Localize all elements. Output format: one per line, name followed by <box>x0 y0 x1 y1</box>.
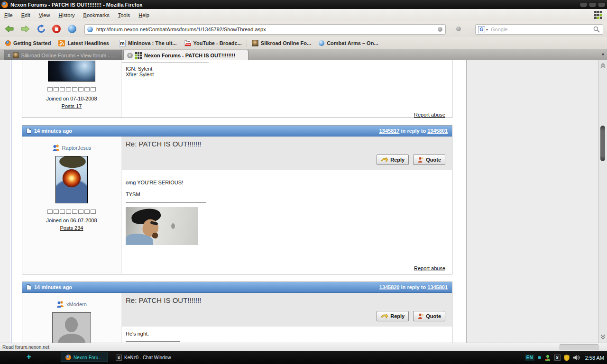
url-input[interactable] <box>95 26 438 33</box>
post-title: Re: PATCH IS OUT!!!!!!! <box>126 296 201 304</box>
bookmark-dot-icon[interactable] <box>456 27 461 31</box>
url-bar-go-icon[interactable] <box>438 27 442 32</box>
bookmark-mininova[interactable]: m Mininova : The ult... <box>115 38 181 48</box>
bookmark-youtube[interactable]: YouTube YouTube - Broadc... <box>181 38 246 48</box>
reply-to-id-link[interactable]: 1345801 <box>427 128 448 134</box>
silkroad-favicon <box>13 52 19 58</box>
page-viewport: Joined on 07-10-2008 Posts 17 IGN: Sylen… <box>0 60 607 343</box>
signature-divider <box>126 202 206 203</box>
language-indicator[interactable]: EN <box>525 355 534 361</box>
signature-divider <box>122 63 209 63</box>
report-abuse-link[interactable]: Report abuse <box>414 112 445 118</box>
tab-nexon-forums[interactable]: × Nexon Forums - PATCH IS OUT!!!!!!!! <box>123 50 248 60</box>
menu-help[interactable]: Help <box>134 10 154 20</box>
quote-button[interactable]: Quote <box>413 155 445 165</box>
signature-image <box>126 207 198 245</box>
taskbar-button-xfire-chat[interactable]: x KeNz0 - Chat Window <box>113 353 175 362</box>
forum-post-1345817: 14 minutes ago 1345817 in reply to 13458… <box>22 125 452 274</box>
post-time: 14 minutes ago <box>34 284 72 290</box>
close-button[interactable] <box>598 3 605 7</box>
firefox-icon <box>5 40 11 46</box>
posts-count-link[interactable]: Posts 234 <box>60 225 83 231</box>
start-button[interactable]: + <box>27 352 31 362</box>
security-shield-icon[interactable] <box>564 355 570 361</box>
url-bar[interactable] <box>84 24 446 35</box>
status-bar: Read forum.nexon.net <box>0 343 607 351</box>
clock[interactable]: 2:58 AM <box>585 355 604 361</box>
reload-icon <box>37 24 46 34</box>
tab-close-icon[interactable]: × <box>127 53 133 58</box>
tab-bar: x Silkroad Online Forums • View forum - … <box>0 49 607 60</box>
scrollbar-thumb[interactable] <box>600 126 605 161</box>
bookmark-latest-headlines[interactable]: Latest Headlines <box>55 38 112 48</box>
forward-button[interactable] <box>20 24 30 34</box>
toolbar-separator <box>114 39 114 47</box>
system-tray: EN x 2:58 AM <box>525 351 604 364</box>
search-magnifier-icon[interactable] <box>593 26 600 33</box>
in-reply-to-label: in reply to <box>401 284 426 290</box>
quote-button[interactable]: Quote <box>413 311 445 321</box>
menu-bookmarks[interactable]: Bookmarks <box>79 10 114 20</box>
menu-view[interactable]: View <box>35 10 55 20</box>
taskbar: + Nexon Forums - PATCH I... x KeNz0 - Ch… <box>0 351 607 364</box>
minimize-button[interactable] <box>580 3 587 7</box>
username[interactable]: RaptorJesus <box>62 145 92 151</box>
post-user-column: xModern <box>22 293 121 343</box>
reload-button[interactable] <box>36 24 46 34</box>
reply-button[interactable]: Reply <box>377 311 409 321</box>
scroll-down-icon[interactable] <box>599 333 607 341</box>
messenger-status-icon[interactable] <box>544 355 551 361</box>
bookmark-combat-arms[interactable]: Combat Arms – On... <box>315 38 382 48</box>
user-line: xModern <box>56 300 87 308</box>
post-body-line: TYSM <box>126 191 452 197</box>
post-user-column: Joined on 07-10-2008 Posts 17 <box>22 60 121 118</box>
speaker-icon[interactable] <box>573 355 580 361</box>
stop-icon <box>52 25 61 33</box>
report-abuse-link[interactable]: Report abuse <box>414 265 445 271</box>
scroll-up-icon[interactable] <box>599 62 607 70</box>
horizontal-scrollbar-thumb[interactable] <box>560 344 598 350</box>
stop-button[interactable] <box>51 24 62 34</box>
window-title: Nexon Forums - PATCH IS OUT!!!!!!!! - Mo… <box>10 2 142 8</box>
posts-count-link[interactable]: Posts 17 <box>62 103 82 109</box>
tab-silkroad-forums[interactable]: x Silkroad Online Forums • View forum - … <box>4 50 122 60</box>
back-button[interactable] <box>4 24 14 34</box>
post-time: 14 minutes ago <box>34 128 72 134</box>
site-favicon-globe-icon <box>87 27 93 32</box>
menu-file[interactable]: File <box>0 10 17 20</box>
home-button[interactable] <box>67 24 77 34</box>
post-id-link[interactable]: 1345817 <box>379 128 400 134</box>
search-bar[interactable]: G ▾ <box>475 24 603 35</box>
toolbar-separator <box>247 39 247 47</box>
post-body-line: omg YOU'RE SERIOUS! <box>126 180 452 185</box>
post-id-link[interactable]: 1345820 <box>379 284 400 290</box>
window-titlebar: Nexon Forums - PATCH IS OUT!!!!!!!! - Mo… <box>0 0 607 9</box>
xfire-icon: x <box>116 355 122 361</box>
taskbar-button-firefox[interactable]: Nexon Forums - PATCH I... <box>61 353 108 362</box>
maximize-button[interactable] <box>589 3 596 7</box>
xfire-tray-icon[interactable]: x <box>554 355 561 361</box>
reply-button[interactable]: Reply <box>377 155 409 165</box>
vertical-scrollbar[interactable] <box>598 60 607 343</box>
bookmark-silkroad[interactable]: Silkroad Online Fo... <box>248 38 315 48</box>
menu-history[interactable]: History <box>54 10 79 20</box>
forum-member-icon <box>56 300 64 308</box>
silkroad-icon <box>252 40 258 46</box>
search-engine-caret-icon[interactable]: ▾ <box>486 27 488 32</box>
in-reply-to-label: in reply to <box>401 128 426 134</box>
tray-dot-icon[interactable] <box>538 356 541 359</box>
tab-close-icon[interactable]: x <box>8 53 10 58</box>
firefox-icon <box>65 355 71 360</box>
reply-to-id-link[interactable]: 1345801 <box>427 284 448 290</box>
username[interactable]: xModern <box>66 301 87 307</box>
menubar: File Edit View History Bookmarks Tools H… <box>0 9 607 21</box>
search-input[interactable] <box>490 26 593 33</box>
google-icon[interactable]: G <box>478 26 485 33</box>
bookmarks-toolbar: Getting Started Latest Headlines m Minin… <box>0 37 607 49</box>
screen: Nexon Forums - PATCH IS OUT!!!!!!!! - Mo… <box>0 0 607 364</box>
tab-list-dropdown-icon[interactable]: ▾ <box>602 52 604 57</box>
bookmark-getting-started[interactable]: Getting Started <box>0 38 55 48</box>
menu-edit[interactable]: Edit <box>17 10 35 20</box>
signature-line: IGN: Sylent <box>126 66 452 72</box>
menu-tools[interactable]: Tools <box>114 10 135 20</box>
